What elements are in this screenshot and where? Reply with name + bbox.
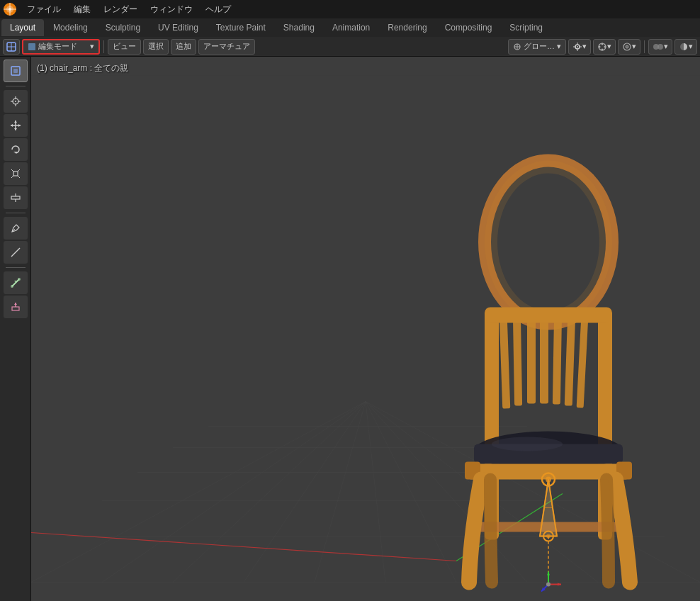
tab-modeling[interactable]: Modeling <box>45 19 96 36</box>
cursor-icon <box>10 96 21 107</box>
svg-marker-62 <box>14 303 17 305</box>
svg-point-25 <box>626 46 628 47</box>
mode-dropdown-arrow: ▾ <box>90 42 94 51</box>
separator-1 <box>103 40 104 53</box>
svg-rect-49 <box>11 196 20 199</box>
proportional-btn[interactable]: ▾ <box>618 39 640 55</box>
svg-rect-86 <box>513 313 522 405</box>
snap-btn[interactable]: ▾ <box>593 39 616 55</box>
left-toolbar <box>0 57 31 601</box>
workspace-tabs: Layout Modeling Sculpting UV Editing Tex… <box>0 18 700 37</box>
svg-line-46 <box>18 169 20 172</box>
tool-separator-1 <box>6 86 26 86</box>
armature-btn[interactable]: アーマチュア <box>198 39 255 55</box>
menu-help[interactable]: ヘルプ <box>200 2 237 17</box>
svg-marker-114 <box>558 583 561 586</box>
shading-btn[interactable]: ▾ <box>674 39 697 55</box>
svg-rect-44 <box>13 172 18 176</box>
svg-rect-30 <box>13 69 18 73</box>
view-btn[interactable]: ビュー <box>108 39 141 55</box>
mode-icon <box>28 43 36 51</box>
svg-point-22 <box>604 45 606 47</box>
tool-separator-3 <box>6 267 26 268</box>
svg-marker-39 <box>14 120 17 123</box>
svg-rect-87 <box>527 312 536 404</box>
app-logo <box>3 2 17 16</box>
toolbar-right: グロー… ▾ ▾ ▾ <box>508 39 697 55</box>
mode-selector[interactable]: 編集モード ▾ <box>22 39 100 55</box>
svg-point-20 <box>602 48 604 50</box>
rotate-tool-btn[interactable] <box>4 138 28 161</box>
select-tool-btn[interactable] <box>4 60 28 82</box>
scale-tool-btn[interactable] <box>4 162 28 185</box>
viewport[interactable]: (1) chair_arm : 全ての親 <box>31 57 700 601</box>
svg-point-19 <box>602 43 604 45</box>
shading-icon <box>679 42 689 52</box>
menu-render[interactable]: レンダー <box>98 2 143 17</box>
rotate-icon <box>10 144 21 155</box>
viewport-canvas <box>31 57 700 601</box>
separator-2 <box>644 40 645 53</box>
annotate-icon <box>10 223 21 234</box>
snap-icon <box>597 42 607 52</box>
svg-point-13 <box>577 46 578 47</box>
add-bone-icon <box>10 277 21 288</box>
pivot-icon <box>572 42 582 52</box>
svg-line-45 <box>11 169 13 172</box>
measure-tool-btn[interactable] <box>4 241 28 264</box>
tab-scripting[interactable]: Scripting <box>501 19 551 36</box>
svg-point-21 <box>599 45 601 47</box>
cursor-tool-btn[interactable] <box>4 90 28 113</box>
move-icon <box>10 120 21 131</box>
add-bone-btn[interactable] <box>4 271 28 294</box>
svg-point-58 <box>18 278 21 281</box>
main-area: (1) chair_arm : 全ての親 <box>0 57 700 601</box>
select-btn[interactable]: 選択 <box>143 39 169 55</box>
top-menu-bar: ファイル 編集 レンダー ウィンドウ ヘルプ <box>0 0 700 18</box>
svg-line-54 <box>11 255 13 257</box>
extrude-icon <box>10 301 21 313</box>
tab-sculpting[interactable]: Sculpting <box>97 19 149 36</box>
move-tool-btn[interactable] <box>4 114 28 137</box>
object-info: (1) chair_arm : 全ての親 <box>37 62 128 74</box>
transform-dropdown[interactable]: グロー… ▾ <box>508 39 566 55</box>
svg-rect-89 <box>553 312 562 404</box>
annotate-tool-btn[interactable] <box>4 217 28 240</box>
tab-rendering[interactable]: Rendering <box>379 19 435 36</box>
tab-texture-paint[interactable]: Texture Paint <box>208 19 274 36</box>
tab-uv-editing[interactable]: UV Editing <box>149 19 207 36</box>
svg-line-56 <box>12 279 19 286</box>
viewport-icon-btn[interactable] <box>3 39 20 55</box>
menu-window[interactable]: ウィンドウ <box>145 2 198 17</box>
add-btn[interactable]: 追加 <box>171 39 196 55</box>
svg-rect-88 <box>540 312 548 404</box>
svg-point-84 <box>497 174 599 311</box>
viewport-icon <box>6 42 16 52</box>
svg-marker-40 <box>14 128 17 130</box>
svg-rect-94 <box>485 308 612 323</box>
menu-edit[interactable]: 編集 <box>68 2 96 17</box>
menu-file[interactable]: ファイル <box>21 2 67 17</box>
svg-line-48 <box>18 176 20 178</box>
tab-compositing[interactable]: Compositing <box>436 19 501 36</box>
toolbar-bar: 編集モード ▾ ビュー 選択 追加 アーマチュア グロー… ▾ <box>0 37 700 57</box>
select-icon <box>10 65 21 77</box>
mode-selector-label: 編集モード <box>38 41 77 52</box>
pivot-btn[interactable]: ▾ <box>568 39 591 55</box>
svg-point-57 <box>11 285 13 288</box>
svg-point-27 <box>657 44 663 50</box>
proportional-icon <box>622 42 632 52</box>
transform-tool-btn[interactable] <box>4 186 28 209</box>
tab-shading[interactable]: Shading <box>275 19 323 36</box>
svg-rect-8 <box>28 43 35 50</box>
svg-line-55 <box>18 248 20 249</box>
svg-point-97 <box>492 437 563 451</box>
tab-animation[interactable]: Animation <box>324 19 378 36</box>
transform-icon <box>513 43 521 51</box>
extrude-btn[interactable] <box>4 296 28 318</box>
tab-layout[interactable]: Layout <box>1 19 44 36</box>
svg-rect-60 <box>12 307 19 310</box>
overlay-btn[interactable]: ▾ <box>648 39 672 55</box>
object-info-text: (1) chair_arm : 全ての親 <box>37 63 128 73</box>
svg-point-119 <box>546 583 551 587</box>
